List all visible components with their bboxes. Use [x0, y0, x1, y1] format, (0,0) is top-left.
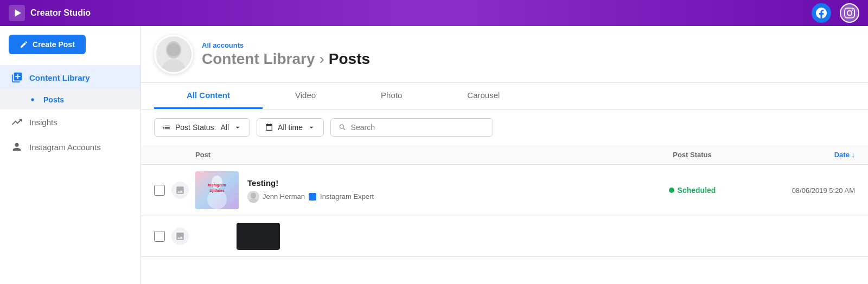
- tabs: All Content Video Photo Carousel: [141, 83, 868, 109]
- content-library-icon: [11, 72, 23, 83]
- edit-icon: [20, 40, 28, 49]
- status-dot: [669, 188, 674, 193]
- sidebar-item-instagram-accounts[interactable]: Instagram Accounts: [0, 134, 141, 159]
- author-avatar: [247, 191, 259, 203]
- profile-avatar: [154, 35, 193, 74]
- app-title: Creator Studio: [30, 8, 91, 18]
- sidebar-item-content-library[interactable]: Content Library: [0, 65, 141, 90]
- facebook-icon-btn[interactable]: [812, 3, 831, 23]
- row-author: Jenn Herman Instagram Expert: [247, 191, 638, 203]
- tab-carousel[interactable]: Carousel: [435, 83, 532, 109]
- post-status-cell: Scheduled: [638, 186, 746, 195]
- all-accounts-label: All accounts: [202, 41, 370, 49]
- post-status-filter[interactable]: Post Status: All: [154, 118, 250, 137]
- breadcrumb-library: Content Library: [202, 50, 315, 68]
- creator-studio-logo: [9, 5, 25, 21]
- toolbar: Post Status: All All time: [141, 109, 868, 145]
- tab-photo[interactable]: Photo: [348, 83, 435, 109]
- sidebar: Create Post Content Library Posts Insigh…: [0, 26, 141, 284]
- row-content: Testing! Jenn Herman Instagram Expert: [247, 178, 638, 203]
- col-status-header: Post Status: [638, 151, 746, 159]
- image-placeholder-icon: [175, 185, 185, 195]
- avatar-image: [157, 35, 190, 74]
- post-date-cell: 08/06/2019 5:20 AM: [746, 186, 855, 195]
- svg-point-2: [31, 98, 34, 101]
- time-filter-label: All time: [278, 123, 303, 132]
- col-post-header: Post: [195, 151, 638, 159]
- tab-all-content[interactable]: All Content: [154, 83, 263, 109]
- search-input[interactable]: [351, 123, 485, 132]
- sidebar-item-insights[interactable]: Insights: [0, 109, 141, 134]
- table-row: Instagram Updates Testing! Jenn Herman: [141, 165, 868, 216]
- layout: Create Post Content Library Posts Insigh…: [0, 26, 868, 284]
- row2-media-icon: [171, 228, 189, 245]
- svg-text:Updates: Updates: [209, 189, 225, 193]
- time-filter[interactable]: All time: [257, 118, 324, 137]
- author-avatar-image: [247, 191, 259, 203]
- row-thumbnail: Instagram Updates: [195, 171, 239, 209]
- author-role: Instagram Expert: [320, 192, 374, 201]
- svg-point-6: [167, 43, 180, 56]
- svg-text:Instagram: Instagram: [208, 183, 226, 188]
- calendar-icon: [265, 123, 273, 132]
- instagram-icon: [844, 8, 855, 18]
- table-header: Post Post Status Date ↓: [141, 145, 868, 165]
- topbar: Creator Studio: [0, 0, 868, 26]
- tab-video[interactable]: Video: [263, 83, 348, 109]
- topbar-icons: [812, 3, 859, 23]
- status-label: Scheduled: [678, 186, 716, 195]
- sidebar-item-posts[interactable]: Posts: [0, 90, 141, 109]
- instagram-accounts-icon: [11, 141, 23, 153]
- row-checkbox[interactable]: [154, 185, 165, 196]
- row2-checkbox[interactable]: [154, 231, 165, 242]
- breadcrumb-posts: Posts: [329, 50, 370, 68]
- main-content: All accounts Content Library › Posts All…: [141, 26, 868, 284]
- posts-dot-icon: [28, 95, 37, 104]
- post-status-value: All: [220, 123, 229, 132]
- breadcrumb-chevron: ›: [319, 50, 324, 68]
- time-chevron-icon: [307, 123, 316, 132]
- row-title: Testing!: [247, 178, 638, 188]
- facebook-icon: [816, 8, 827, 18]
- insights-icon: [11, 116, 23, 128]
- create-post-button[interactable]: Create Post: [9, 35, 86, 54]
- col-date-header[interactable]: Date ↓: [746, 151, 855, 159]
- svg-point-13: [251, 192, 256, 198]
- search-input-wrapper[interactable]: [330, 118, 493, 137]
- table-row-partial: [141, 216, 868, 257]
- search-icon: [339, 123, 347, 132]
- topbar-left: Creator Studio: [9, 5, 91, 21]
- row2-thumbnail: [237, 223, 280, 250]
- breadcrumb: Content Library › Posts: [202, 50, 370, 68]
- page-header: All accounts Content Library › Posts: [141, 26, 868, 83]
- author-name: Jenn Herman: [263, 192, 305, 201]
- row-media-icon: [171, 182, 189, 199]
- header-info: All accounts Content Library › Posts: [202, 41, 370, 68]
- post-thumbnail-image: Instagram Updates: [195, 171, 239, 209]
- post-status-label: Post Status:: [175, 123, 216, 132]
- list-icon: [162, 123, 171, 132]
- author-verified-badge: [309, 193, 316, 201]
- svg-point-9: [207, 190, 227, 209]
- scheduled-status: Scheduled: [638, 186, 746, 195]
- instagram-icon-btn[interactable]: [840, 3, 859, 23]
- chevron-down-icon: [233, 123, 242, 132]
- image2-placeholder-icon: [175, 231, 185, 241]
